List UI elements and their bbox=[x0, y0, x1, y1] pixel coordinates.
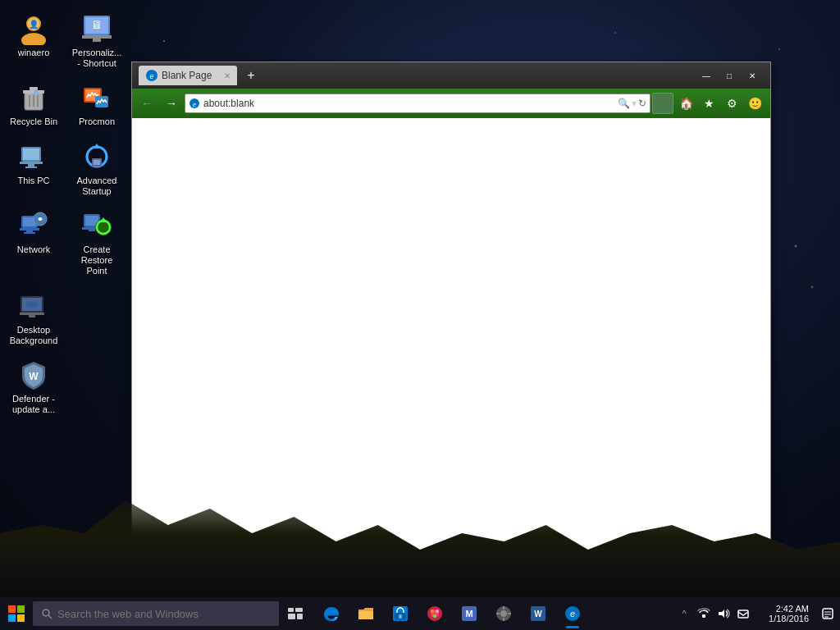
this-pc-icon bbox=[17, 140, 50, 173]
address-input[interactable] bbox=[203, 98, 614, 109]
svg-rect-20 bbox=[20, 162, 43, 164]
close-btn[interactable]: ✕ bbox=[741, 67, 764, 84]
taskbar-clock[interactable]: 2:42 AM 1/18/2016 bbox=[758, 604, 815, 623]
svg-text:👤: 👤 bbox=[29, 19, 39, 30]
ie-new-tab-color-btn[interactable] bbox=[652, 93, 673, 114]
ie-taskbar-icon: e bbox=[564, 605, 582, 623]
svg-rect-81 bbox=[738, 610, 748, 618]
recycle-bin-icon bbox=[17, 81, 50, 114]
svg-point-64 bbox=[431, 609, 434, 613]
taskbar-app-settings[interactable] bbox=[487, 597, 520, 630]
svg-rect-43 bbox=[29, 315, 35, 317]
personaliza-icon: 🖥 bbox=[80, 12, 113, 45]
addr-separator: ▾ bbox=[632, 98, 637, 109]
icon-row-4: Network bbox=[4, 205, 126, 281]
system-tray: ^ bbox=[669, 597, 758, 630]
svg-rect-72 bbox=[503, 618, 504, 621]
icon-row-6: W Defender - update a... bbox=[4, 354, 63, 419]
ie-tab-active[interactable]: e Blank Page ✕ bbox=[139, 66, 237, 85]
network-icon bbox=[17, 209, 50, 242]
favorites-btn[interactable]: ★ bbox=[698, 93, 719, 114]
desktop-icon-desktop-bg[interactable]: Desktop Background bbox=[4, 285, 63, 350]
svg-point-1 bbox=[21, 33, 46, 45]
search-addr-btn[interactable]: 🔍 bbox=[618, 98, 630, 109]
desktop-icon-defender[interactable]: W Defender - update a... bbox=[4, 354, 63, 419]
svg-rect-29 bbox=[26, 231, 33, 232]
svg-rect-10 bbox=[23, 90, 44, 94]
taskbar-app-5[interactable]: M bbox=[453, 597, 486, 630]
desktop-icon-recycle-bin[interactable]: Recycle Bin bbox=[4, 77, 63, 131]
notification-center-btn[interactable] bbox=[815, 597, 840, 630]
window-controls: — □ ✕ bbox=[695, 67, 764, 84]
ie-toolbar-right: 🏠 ★ ⚙ 🙂 bbox=[652, 93, 767, 114]
ie-tab-icon: e bbox=[145, 69, 158, 82]
desktop-icon-personaliza[interactable]: 🖥 Personaliz... - Shortcut bbox=[67, 8, 126, 73]
taskbar-app-paint[interactable] bbox=[418, 597, 451, 630]
procmon-icon bbox=[80, 81, 113, 114]
desktop-icon-network[interactable]: Network bbox=[4, 205, 63, 281]
edge-icon bbox=[322, 605, 340, 623]
taskbar-app-ie[interactable]: e bbox=[556, 597, 589, 630]
word-icon: W bbox=[529, 605, 547, 623]
defender-label: Defender - update a... bbox=[8, 394, 59, 415]
svg-rect-57 bbox=[288, 614, 295, 619]
forward-btn[interactable]: → bbox=[160, 92, 183, 115]
ie-tab-close-btn[interactable]: ✕ bbox=[224, 71, 231, 80]
advanced-startup-icon bbox=[80, 140, 113, 173]
icon-row-5: Desktop Background bbox=[4, 285, 63, 350]
ie-toolbar: ← → e 🔍 ▾ ↻ 🏠 ★ ⚙ bbox=[132, 89, 770, 118]
svg-point-65 bbox=[436, 609, 439, 613]
home-btn[interactable]: 🏠 bbox=[675, 93, 696, 114]
search-icon bbox=[41, 608, 52, 619]
explorer-icon bbox=[357, 605, 375, 623]
taskbar-app-word[interactable]: W bbox=[522, 597, 555, 630]
tray-chevron-btn[interactable]: ^ bbox=[676, 605, 692, 622]
taskbar-search-box[interactable] bbox=[33, 601, 279, 626]
desktop-bg-icon bbox=[17, 290, 50, 322]
desktop-icon-winaero[interactable]: 👤 winaero bbox=[4, 8, 63, 73]
taskbar-app-store[interactable] bbox=[384, 597, 417, 630]
desktop-icon-create-restore[interactable]: Create Restore Point bbox=[67, 205, 126, 281]
svg-rect-6 bbox=[82, 35, 112, 39]
paint-icon bbox=[426, 605, 444, 623]
desktop-icon-this-pc[interactable]: This PC bbox=[4, 136, 63, 201]
ie-new-tab-btn[interactable]: + bbox=[240, 66, 262, 84]
ie-address-icon: e bbox=[189, 98, 200, 109]
create-restore-label: Create Restore Point bbox=[71, 244, 122, 277]
address-actions: 🔍 ▾ ↻ bbox=[618, 98, 646, 109]
defender-icon: W bbox=[17, 358, 50, 391]
minimize-btn[interactable]: — bbox=[695, 67, 718, 84]
tray-notification-icon[interactable] bbox=[735, 605, 751, 622]
task-view-btn[interactable] bbox=[279, 597, 312, 630]
tray-network-icon[interactable] bbox=[696, 605, 712, 622]
tray-volume-icon[interactable] bbox=[715, 605, 732, 622]
smiley-btn[interactable]: 🙂 bbox=[744, 93, 765, 114]
network-label: Network bbox=[17, 244, 50, 255]
svg-rect-25 bbox=[94, 160, 100, 165]
svg-text:e: e bbox=[570, 609, 575, 619]
desktop-icon-advanced-startup[interactable]: Advanced Startup bbox=[67, 136, 126, 201]
svg-rect-73 bbox=[496, 613, 500, 614]
maximize-btn[interactable]: □ bbox=[718, 67, 741, 84]
icon-row-2: Recycle Bin Procmon bbox=[4, 77, 126, 131]
back-btn[interactable]: ← bbox=[135, 92, 158, 115]
winaero-icon: 👤 bbox=[17, 12, 50, 45]
start-button[interactable] bbox=[0, 597, 33, 630]
search-input[interactable] bbox=[57, 608, 271, 620]
taskbar-app-explorer[interactable] bbox=[349, 597, 382, 630]
desktop-icon-procmon[interactable]: Procmon bbox=[67, 77, 126, 131]
svg-text:W: W bbox=[534, 609, 542, 619]
advanced-startup-label: Advanced Startup bbox=[71, 176, 122, 197]
svg-rect-42 bbox=[20, 313, 44, 315]
create-restore-icon bbox=[80, 209, 113, 242]
svg-text:e: e bbox=[149, 72, 153, 80]
taskbar-app-edge[interactable] bbox=[315, 597, 348, 630]
ie-content-area bbox=[132, 118, 770, 553]
ie-address-bar[interactable]: e 🔍 ▾ ↻ bbox=[185, 94, 651, 113]
refresh-btn[interactable]: ↻ bbox=[638, 98, 646, 109]
personaliza-label: Personaliz... - Shortcut bbox=[71, 48, 122, 69]
svg-marker-80 bbox=[719, 609, 724, 618]
app5-icon: M bbox=[460, 605, 478, 623]
settings-btn[interactable]: ⚙ bbox=[721, 93, 742, 114]
desktop-icons-container: 👤 winaero 🖥 Personaliz... - Shortcut bbox=[0, 0, 127, 591]
